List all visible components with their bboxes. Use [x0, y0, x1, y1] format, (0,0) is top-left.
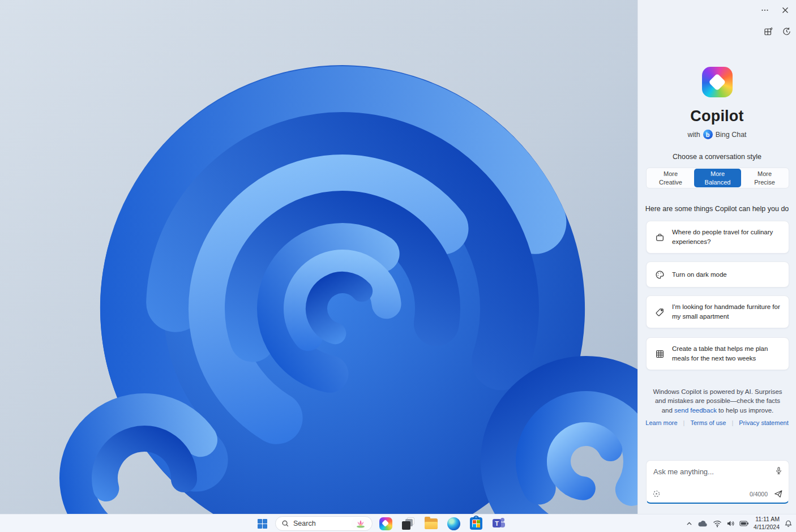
teams-icon: T: [493, 517, 505, 530]
taskbar-edge-button[interactable]: [444, 514, 463, 532]
tab-more-precise[interactable]: More Precise: [741, 169, 788, 187]
suggestion-card-dark-mode[interactable]: Turn on dark mode: [646, 261, 789, 288]
suggestion-card-furniture[interactable]: I'm looking for handmade furniture for m…: [646, 295, 789, 328]
disclaimer-text-after: to help us improve.: [718, 407, 773, 414]
suggestion-text: Create a table that helps me plan meals …: [672, 344, 780, 363]
briefcase-icon: [655, 233, 665, 242]
close-icon[interactable]: [779, 4, 791, 16]
bing-chat-label: Bing Chat: [716, 131, 747, 139]
notebook-icon[interactable]: [762, 25, 774, 37]
suggestion-card-meal-table[interactable]: Create a table that helps me plan meals …: [646, 337, 789, 370]
taskbar-task-view-button[interactable]: [399, 514, 418, 532]
tag-icon: [655, 307, 665, 317]
tab-label: More Precise: [754, 170, 775, 186]
system-tray: 11:11 AM 4/11/2024: [686, 514, 793, 532]
suggestion-text: Turn on dark mode: [672, 270, 727, 280]
copilot-icon: [379, 517, 392, 530]
send-icon[interactable]: [773, 489, 783, 499]
with-label: with: [687, 131, 700, 139]
copilot-logo-icon: [702, 67, 733, 97]
start-button[interactable]: [253, 514, 272, 532]
bloom-wallpaper-art: [0, 0, 637, 514]
search-label: Search: [293, 520, 347, 527]
panel-title: Copilot: [638, 108, 796, 125]
suggestion-text: Where do people travel for culinary expe…: [672, 228, 780, 246]
more-options-icon[interactable]: [759, 4, 771, 16]
screenshot-icon[interactable]: [652, 490, 661, 498]
tab-label: More Balanced: [705, 170, 731, 186]
history-icon[interactable]: [780, 25, 793, 37]
ai-disclaimer: Windows Copilot is powered by AI. Surpri…: [651, 387, 785, 415]
bing-logo-icon: b: [703, 130, 713, 139]
edge-icon: [447, 517, 460, 530]
tab-more-balanced[interactable]: More Balanced: [694, 169, 741, 187]
panel-subtitle: with b Bing Chat: [638, 130, 796, 139]
notifications-bell-icon[interactable]: [784, 520, 793, 528]
input-bottom-row: 0/4000: [652, 489, 783, 499]
chevron-up-icon[interactable]: [686, 520, 693, 527]
copilot-panel: Copilot with b Bing Chat Choose a conver…: [637, 0, 796, 514]
link-separator: |: [731, 419, 733, 426]
link-separator: |: [683, 419, 685, 426]
file-explorer-icon: [425, 518, 438, 529]
windows-logo-icon: [258, 519, 267, 529]
battery-icon[interactable]: [739, 520, 749, 527]
conversation-style-label: Choose a conversation style: [638, 153, 796, 161]
tab-label: More Creative: [659, 170, 682, 186]
desktop: Copilot with b Bing Chat Choose a conver…: [0, 0, 796, 532]
taskbar-file-explorer-button[interactable]: [421, 514, 440, 532]
wifi-icon[interactable]: [713, 520, 722, 527]
taskbar-copilot-button[interactable]: [376, 514, 395, 532]
volume-icon[interactable]: [726, 520, 735, 527]
table-grid-icon: [655, 349, 665, 359]
taskbar: Search: [0, 514, 796, 532]
footer-links: Learn more | Terms of use | Privacy stat…: [638, 419, 796, 426]
send-feedback-link[interactable]: send feedback: [674, 407, 717, 414]
terms-of-use-link[interactable]: Terms of use: [690, 419, 726, 426]
taskbar-center-group: Search: [253, 514, 508, 532]
conversation-style-tabs: More Creative More Balanced More Precise: [646, 168, 789, 188]
search-box[interactable]: Search: [275, 516, 373, 531]
clock-date: 4/11/2024: [754, 524, 780, 531]
privacy-statement-link[interactable]: Privacy statement: [739, 419, 788, 426]
search-highlight-flower-icon: [351, 518, 370, 529]
taskbar-teams-button[interactable]: T: [489, 514, 508, 532]
mic-icon[interactable]: [774, 466, 783, 477]
copilot-brand: Copilot with b Bing Chat: [638, 67, 796, 139]
tab-more-creative[interactable]: More Creative: [647, 169, 694, 187]
chat-input-box: 0/4000: [646, 460, 789, 504]
ask-me-anything-input[interactable]: [653, 467, 767, 476]
taskbar-store-button[interactable]: [467, 514, 486, 532]
clock-time: 11:11 AM: [754, 516, 780, 524]
desktop-wallpaper: [0, 0, 637, 514]
task-view-icon: [402, 517, 414, 530]
char-counter: 0/4000: [750, 491, 768, 497]
suggestion-card-travel[interactable]: Where do people travel for culinary expe…: [646, 221, 789, 254]
microsoft-store-icon: [470, 517, 482, 530]
taskbar-clock[interactable]: 11:11 AM 4/11/2024: [754, 516, 780, 531]
suggestion-text: I'm looking for handmade furniture for m…: [672, 302, 780, 321]
learn-more-link[interactable]: Learn more: [645, 419, 677, 426]
palette-icon: [655, 270, 665, 280]
suggestions-header: Here are some things Copilot can help yo…: [638, 205, 796, 213]
search-icon: [281, 520, 289, 527]
onedrive-cloud-icon[interactable]: [697, 520, 708, 527]
